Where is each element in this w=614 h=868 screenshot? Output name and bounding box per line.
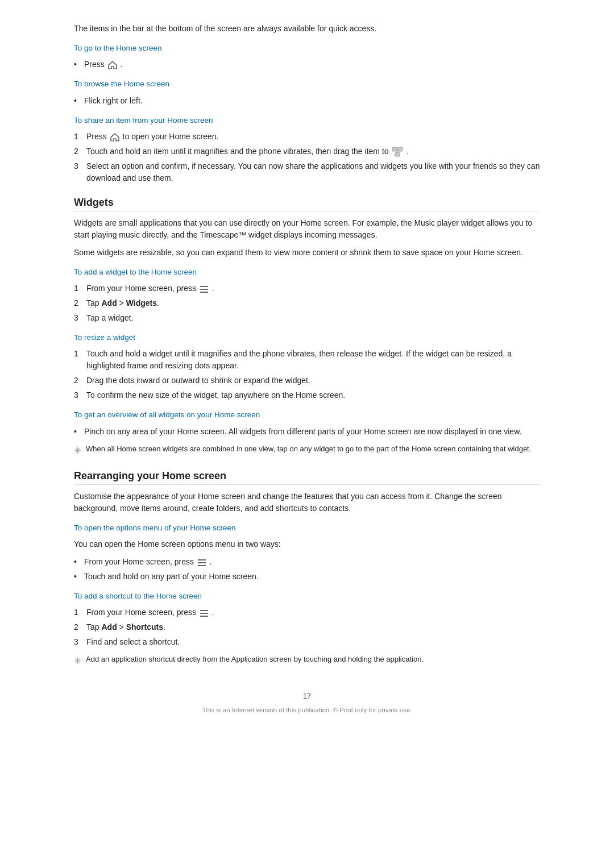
page-footer: 17 This is an Internet version of this p… bbox=[74, 691, 540, 715]
svg-rect-0 bbox=[392, 147, 397, 151]
resize-step-1: 1 Touch and hold a widget until it magni… bbox=[74, 348, 540, 372]
options-menu-item-2: Touch and hold on any part of your Home … bbox=[74, 571, 540, 583]
widgets-heading: Widgets bbox=[74, 197, 540, 211]
add-widget-step-3: 3 Tap a widget. bbox=[74, 312, 540, 324]
add-widget-step-1: 1 From your Home screen, press . bbox=[74, 283, 540, 294]
share-step-2: 2 Touch and hold an item until it magnif… bbox=[74, 146, 540, 157]
options-menu-item-1: From your Home screen, press . bbox=[74, 556, 540, 568]
options-menu-intro: You can open the Home screen options men… bbox=[74, 538, 540, 550]
resize-widget-list: 1 Touch and hold a widget until it magni… bbox=[74, 348, 540, 401]
tip-text-shortcut: Add an application shortcut directly fro… bbox=[86, 654, 424, 665]
tip-icon-widgets: ✳ bbox=[74, 444, 81, 458]
browse-home-item: Flick right or left. bbox=[74, 95, 540, 107]
tip-icon-shortcut: ✳ bbox=[74, 654, 81, 668]
menu-icon-shortcut bbox=[200, 609, 209, 617]
add-shortcut-step-3: 3 Find and select a shortcut. bbox=[74, 636, 540, 648]
add-shortcut-step-1: 1 From your Home screen, press . bbox=[74, 607, 540, 618]
rearranging-p1: Customise the appearance of your Home sc… bbox=[74, 491, 540, 514]
press-label: Press bbox=[84, 60, 107, 69]
share-step-1: 1 Press to open your Home screen. bbox=[74, 131, 540, 143]
add-widget-step-2: 2 Tap Add > Widgets. bbox=[74, 297, 540, 309]
tip-box-widgets: ✳ When all Home screen widgets are combi… bbox=[74, 443, 540, 458]
go-to-home-item: Press . bbox=[74, 59, 540, 70]
add-widget-list: 1 From your Home screen, press . 2 Tap A… bbox=[74, 283, 540, 324]
share-step-3: 3 Select an option and confirm, if neces… bbox=[74, 160, 540, 184]
home-icon bbox=[108, 61, 117, 69]
overview-widgets-item: Pinch on any area of your Home screen. A… bbox=[74, 426, 540, 438]
home-icon-share bbox=[110, 133, 119, 142]
share-item-list: 1 Press to open your Home screen. 2 Touc… bbox=[74, 131, 540, 184]
widgets-p1: Widgets are small applications that you … bbox=[74, 217, 540, 241]
heading-browse-home: To browse the Home screen bbox=[74, 78, 540, 90]
heading-share-item: To share an item from your Home screen bbox=[74, 115, 540, 126]
heading-options-menu: To open the options menu of your Home sc… bbox=[74, 522, 540, 534]
menu-icon-options bbox=[197, 558, 206, 566]
heading-overview-widgets: To get an overview of all widgets on you… bbox=[74, 409, 540, 421]
widgets-p2: Some widgets are resizable, so you can e… bbox=[74, 247, 540, 259]
heading-go-to-home: To go to the Home screen bbox=[74, 43, 540, 54]
heading-add-shortcut: To add a shortcut to the Home screen bbox=[74, 591, 540, 602]
add-shortcut-list: 1 From your Home screen, press . 2 Tap A… bbox=[74, 607, 540, 648]
options-menu-list: From your Home screen, press . Touch and… bbox=[74, 556, 540, 583]
intro-paragraph: The items in the bar at the bottom of th… bbox=[74, 23, 540, 35]
svg-rect-1 bbox=[398, 147, 403, 151]
share-drag-icon bbox=[392, 147, 403, 157]
overview-widgets-list: Pinch on any area of your Home screen. A… bbox=[74, 426, 540, 438]
heading-add-widget: To add a widget to the Home screen bbox=[74, 267, 540, 278]
page-number: 17 bbox=[74, 691, 540, 702]
rearranging-heading: Rearranging your Home screen bbox=[74, 470, 540, 485]
resize-step-2: 2 Drag the dots inward or outward to shr… bbox=[74, 375, 540, 387]
browse-home-list: Flick right or left. bbox=[74, 95, 540, 107]
resize-step-3: 3 To confirm the new size of the widget,… bbox=[74, 389, 540, 401]
tip-text-widgets: When all Home screen widgets are combine… bbox=[86, 443, 531, 455]
heading-resize-widget: To resize a widget bbox=[74, 332, 540, 343]
tip-box-shortcut: ✳ Add an application shortcut directly f… bbox=[74, 654, 540, 668]
footer-legal: This is an Internet version of this publ… bbox=[74, 705, 540, 715]
add-shortcut-step-2: 2 Tap Add > Shortcuts. bbox=[74, 621, 540, 633]
go-to-home-list: Press . bbox=[74, 59, 540, 70]
menu-icon-add-widget bbox=[200, 285, 209, 293]
page-content: The items in the bar at the bottom of th… bbox=[74, 0, 540, 755]
